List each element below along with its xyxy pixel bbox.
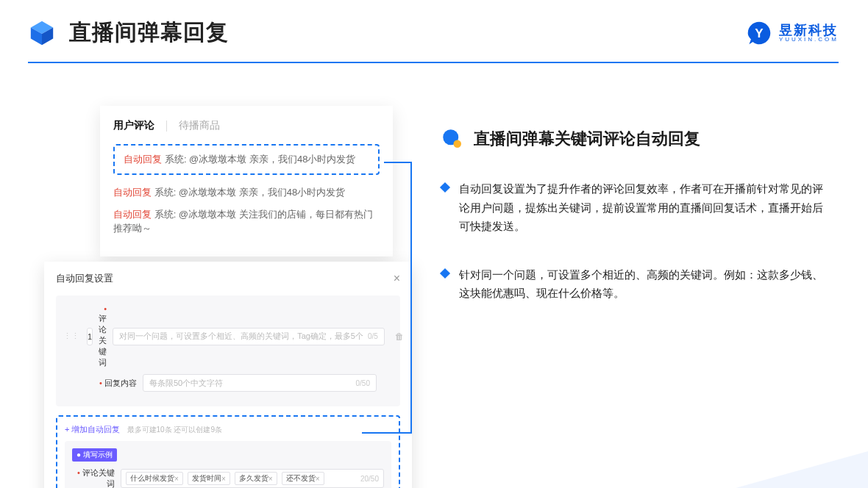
- add-auto-reply-link[interactable]: + 增加自动回复: [65, 424, 120, 435]
- auto-reply-tag: 自动回复: [124, 154, 162, 165]
- svg-text:Y: Y: [755, 26, 764, 40]
- bullet-item: 自动回复设置为了提升作者的评论回复效率，作者可在开播前针对常见的评论用户问题，提…: [441, 179, 831, 236]
- tabs-row: 用户评论 待播商品: [113, 119, 380, 132]
- content-placeholder: 每条限50个中文字符: [149, 378, 352, 389]
- keyword-tag[interactable]: 什么时候发货: [126, 472, 183, 485]
- keyword-tag[interactable]: 发货时间: [188, 472, 230, 485]
- comment-text: 系统: @冰墩墩本墩 亲亲，我们48小时内发货: [165, 154, 356, 165]
- keyword-counter: 0/5: [368, 332, 378, 340]
- brand-icon: Y: [747, 21, 772, 46]
- cube-icon: [28, 19, 56, 47]
- drag-handle-icon[interactable]: ⋮⋮: [63, 331, 79, 341]
- chat-icon: [441, 128, 463, 150]
- keyword-label: 评论关键词: [99, 304, 107, 368]
- dialog-header: 自动回复设置 ×: [56, 272, 400, 293]
- brand-text: 昱新科技 YUUXIN.COM: [779, 24, 839, 43]
- content-row: 回复内容 每条限50个中文字符 0/50: [63, 374, 393, 392]
- explanation-section: 直播间弹幕关键词评论自动回复 自动回复设置为了提升作者的评论回复效率，作者可在开…: [441, 128, 831, 332]
- comments-panel: 用户评论 待播商品 自动回复 系统: @冰墩墩本墩 亲亲，我们48小时内发货 自…: [100, 106, 393, 256]
- add-hint: 最多可建10条 还可以创建9条: [127, 426, 222, 434]
- brand-logo: Y 昱新科技 YUUXIN.COM: [747, 21, 839, 46]
- example-badge: ● 填写示例: [72, 448, 117, 462]
- auto-reply-tag: 自动回复: [113, 209, 152, 220]
- example-box: + 增加自动回复 最多可建10条 还可以创建9条 ● 填写示例 评论关键词 什么…: [56, 415, 400, 488]
- header-divider: [28, 62, 839, 63]
- svg-point-5: [454, 140, 462, 148]
- bullet-item: 针对同一个问题，可设置多个相近的、高频的关键词。例如：这款多少钱、这块能优惠吗、…: [441, 265, 831, 303]
- example-keyword-row: 评论关键词 什么时候发货 发货时间 多久发货 还不发货 20/50: [72, 467, 384, 488]
- page-header: 直播间弹幕回复 Y 昱新科技 YUUXIN.COM: [28, 18, 839, 48]
- section-heading: 直播间弹幕关键词评论自动回复: [474, 128, 700, 150]
- comment-text: 系统: @冰墩墩本墩 亲亲，我们48小时内发货: [154, 187, 346, 198]
- diamond-bullet-icon: [440, 268, 450, 278]
- bullet-text: 针对同一个问题，可设置多个相近的、高频的关键词。例如：这款多少钱、这块能优惠吗、…: [459, 265, 831, 303]
- comment-line: 自动回复 系统: @冰墩墩本墩 关注我们的店铺，每日都有热门推荐呦～: [113, 207, 380, 236]
- tab-comments[interactable]: 用户评论: [113, 119, 154, 132]
- keyword-tag[interactable]: 多久发货: [235, 472, 277, 485]
- settings-body: ⋮⋮ 1 评论关键词 对同一个问题，可设置多个相近、高频的关键词，Tag确定，最…: [56, 295, 400, 406]
- example-keyword-tags[interactable]: 什么时候发货 发货时间 多久发货 还不发货 20/50: [121, 469, 384, 488]
- title-group: 直播间弹幕回复: [28, 18, 229, 48]
- index-number: 1: [87, 328, 93, 345]
- connector-line: [410, 162, 412, 434]
- auto-reply-settings-panel: 自动回复设置 × ⋮⋮ 1 评论关键词 对同一个问题，可设置多个相近、高频的关键…: [44, 262, 412, 488]
- decorative-corner: [736, 451, 868, 488]
- content-input[interactable]: 每条限50个中文字符 0/50: [143, 374, 377, 392]
- page-title: 直播间弹幕回复: [69, 18, 229, 48]
- keyword-row: ⋮⋮ 1 评论关键词 对同一个问题，可设置多个相近、高频的关键词，Tag确定，最…: [63, 304, 393, 368]
- dialog-title: 自动回复设置: [56, 272, 113, 285]
- keyword-tag[interactable]: 还不发货: [282, 472, 324, 485]
- example-keyword-label: 评论关键词: [72, 467, 115, 488]
- connector-line: [362, 432, 410, 434]
- example-keyword-counter: 20/50: [360, 475, 379, 483]
- section-title-row: 直播间弹幕关键词评论自动回复: [441, 128, 831, 150]
- brand-name-cn: 昱新科技: [779, 24, 839, 37]
- diamond-bullet-icon: [440, 182, 450, 193]
- connector-line: [384, 162, 410, 163]
- highlighted-comment: 自动回复 系统: @冰墩墩本墩 亲亲，我们48小时内发货: [113, 144, 380, 175]
- trash-icon[interactable]: 🗑: [395, 331, 404, 342]
- comment-line: 自动回复 系统: @冰墩墩本墩 亲亲，我们48小时内发货: [113, 185, 380, 200]
- example-inner: ● 填写示例 评论关键词 什么时候发货 发货时间 多久发货 还不发货 20/50: [65, 441, 391, 488]
- close-icon[interactable]: ×: [394, 272, 400, 285]
- brand-name-en: YUUXIN.COM: [779, 37, 839, 43]
- comment-text: 系统: @冰墩墩本墩 关注我们的店铺，每日都有热门推荐呦～: [113, 209, 373, 234]
- content-label: 回复内容: [94, 378, 137, 389]
- keyword-input[interactable]: 对同一个问题，可设置多个相近、高频的关键词，Tag确定，最多5个 0/5: [113, 328, 385, 345]
- auto-reply-tag: 自动回复: [113, 187, 152, 198]
- tab-divider: [166, 121, 167, 132]
- tab-products[interactable]: 待播商品: [179, 119, 220, 132]
- bullet-text: 自动回复设置为了提升作者的评论回复效率，作者可在开播前针对常见的评论用户问题，提…: [459, 179, 831, 236]
- content-counter: 0/50: [356, 379, 370, 387]
- keyword-placeholder: 对同一个问题，可设置多个相近、高频的关键词，Tag确定，最多5个: [119, 331, 363, 342]
